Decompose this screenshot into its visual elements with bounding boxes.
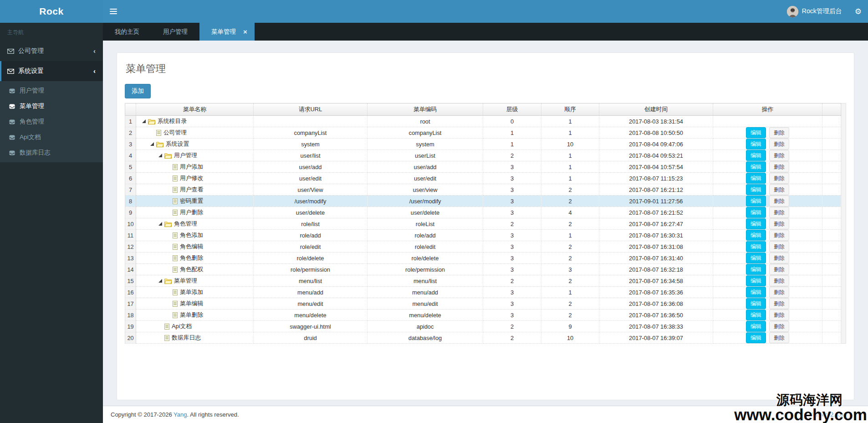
delete-button[interactable]: 删除: [769, 127, 789, 138]
table-scrollbar[interactable]: [841, 103, 846, 344]
table-row[interactable]: 19Api文档swagger-ui.htmlapidoc292017-08-07…: [125, 321, 841, 332]
request-url-cell: role/list: [254, 218, 368, 230]
sidebar-subitem-Api文档[interactable]: Api文档: [0, 129, 103, 145]
delete-button[interactable]: 删除: [769, 173, 789, 184]
spacer-cell: [822, 287, 841, 298]
sidebar-item-公司管理[interactable]: 公司管理‹: [0, 41, 103, 61]
table-row[interactable]: 1系统根目录root012017-08-03 18:31:54: [125, 116, 841, 127]
tree-collapse-icon[interactable]: [148, 142, 156, 146]
table-row[interactable]: 3系统设置systemsystem1102017-08-04 09:47:06编…: [125, 139, 841, 150]
created-time-cell: 2017-08-03 18:31:54: [599, 116, 713, 127]
table-row[interactable]: 20数据库日志druiddatabase/log2102017-08-07 16…: [125, 332, 841, 344]
row-number: 12: [125, 241, 136, 253]
user-menu[interactable]: Rock管理后台: [781, 0, 848, 23]
sidebar-subitem-数据库日志[interactable]: 数据库日志: [0, 145, 103, 160]
menu-name: 用户删除: [180, 209, 203, 217]
author-link[interactable]: Yang: [174, 411, 187, 418]
delete-button[interactable]: 删除: [769, 207, 789, 218]
folder-icon: [164, 278, 172, 284]
folder-icon: [164, 221, 172, 227]
edit-button[interactable]: 编辑: [746, 161, 766, 172]
delete-button[interactable]: 删除: [769, 310, 789, 320]
inbox-icon: [8, 135, 15, 140]
sidebar-item-系统设置[interactable]: 系统设置‹: [0, 61, 103, 81]
delete-button[interactable]: 删除: [769, 161, 789, 172]
table-row[interactable]: 14角色配权role/permissionrole/permission3320…: [125, 264, 841, 275]
delete-button[interactable]: 删除: [769, 264, 789, 275]
table-row[interactable]: 12角色编辑role/editrole/edit322017-08-07 16:…: [125, 241, 841, 253]
sidebar-subitem-菜单管理[interactable]: 菜单管理: [0, 98, 103, 114]
table-row[interactable]: 8密码重置/user/modify/user/modify322017-09-0…: [125, 196, 841, 207]
request-url-cell: role/add: [254, 230, 368, 241]
edit-button[interactable]: 编辑: [746, 310, 766, 320]
delete-button[interactable]: 删除: [769, 332, 789, 343]
edit-button[interactable]: 编辑: [746, 241, 766, 252]
edit-button[interactable]: 编辑: [746, 139, 766, 150]
sidebar-subitem-角色管理[interactable]: 角色管理: [0, 114, 103, 129]
delete-button[interactable]: 删除: [769, 196, 789, 206]
edit-button[interactable]: 编辑: [746, 298, 766, 309]
edit-button[interactable]: 编辑: [746, 218, 766, 229]
delete-button[interactable]: 删除: [769, 275, 789, 286]
delete-button[interactable]: 删除: [769, 321, 789, 332]
table-row[interactable]: 4用户管理user/listuserList212017-08-04 09:53…: [125, 150, 841, 161]
edit-button[interactable]: 编辑: [746, 127, 766, 138]
actions-cell: 编辑删除: [713, 275, 822, 287]
sidebar-toggle-button[interactable]: [103, 0, 124, 23]
edit-button[interactable]: 编辑: [746, 253, 766, 263]
delete-button[interactable]: 删除: [769, 139, 789, 150]
delete-button[interactable]: 删除: [769, 150, 789, 161]
delete-button[interactable]: 删除: [769, 218, 789, 229]
brand-logo[interactable]: Rock: [0, 0, 103, 23]
edit-button[interactable]: 编辑: [746, 184, 766, 195]
table-row[interactable]: 11角色添加role/addrole/add312017-08-07 16:30…: [125, 230, 841, 241]
table-row[interactable]: 10角色管理role/listroleList222017-08-07 16:2…: [125, 218, 841, 230]
tab-我的主页[interactable]: 我的主页: [103, 23, 151, 41]
menu-name: 数据库日志: [172, 334, 201, 342]
actions-cell: 编辑删除: [713, 150, 822, 161]
edit-button[interactable]: 编辑: [746, 150, 766, 161]
spacer-cell: [822, 150, 841, 161]
edit-button[interactable]: 编辑: [746, 275, 766, 286]
table-row[interactable]: 15菜单管理menu/listmenu/list222017-08-07 16:…: [125, 275, 841, 287]
table-row[interactable]: 2公司管理companyListcompanyList112017-08-08 …: [125, 127, 841, 139]
tree-collapse-icon[interactable]: [156, 279, 164, 283]
tree-collapse-icon[interactable]: [156, 222, 164, 226]
table-row[interactable]: 9用户删除user/deleteuser/delete342017-08-07 …: [125, 207, 841, 218]
edit-button[interactable]: 编辑: [746, 207, 766, 218]
add-button[interactable]: 添加: [125, 84, 151, 98]
edit-button[interactable]: 编辑: [746, 332, 766, 343]
table-row[interactable]: 13角色删除role/deleterole/delete322017-08-07…: [125, 253, 841, 264]
tree-collapse-icon[interactable]: [140, 119, 148, 123]
delete-button[interactable]: 删除: [769, 184, 789, 195]
tab-菜单管理[interactable]: 菜单管理×: [199, 23, 255, 41]
edit-button[interactable]: 编辑: [746, 264, 766, 275]
delete-button[interactable]: 删除: [769, 298, 789, 309]
table-row[interactable]: 18菜单删除menu/deletemenu/delete322017-08-07…: [125, 310, 841, 321]
edit-button[interactable]: 编辑: [746, 287, 766, 298]
level-cell: 3: [483, 287, 541, 298]
tab-用户管理[interactable]: 用户管理: [151, 23, 199, 41]
delete-button[interactable]: 删除: [769, 241, 789, 252]
edit-button[interactable]: 编辑: [746, 173, 766, 184]
edit-button[interactable]: 编辑: [746, 230, 766, 241]
edit-button[interactable]: 编辑: [746, 196, 766, 206]
sidebar-header: 主导航: [0, 23, 103, 41]
level-cell: 2: [483, 321, 541, 332]
delete-button[interactable]: 删除: [769, 287, 789, 298]
tab-close-icon[interactable]: ×: [243, 28, 247, 35]
sidebar-subitem-用户管理[interactable]: 用户管理: [0, 83, 103, 98]
delete-button[interactable]: 删除: [769, 230, 789, 241]
row-number: 17: [125, 298, 136, 310]
tree-collapse-icon[interactable]: [156, 154, 164, 157]
table-row[interactable]: 6用户修改user/edituser/edit312017-08-07 11:1…: [125, 173, 841, 184]
table-row[interactable]: 7用户查看user/Viewuser/view322017-08-07 16:2…: [125, 184, 841, 196]
delete-button[interactable]: 删除: [769, 253, 789, 263]
edit-button[interactable]: 编辑: [746, 321, 766, 332]
column-header-顺序: 顺序: [541, 103, 599, 116]
table-row[interactable]: 17菜单编辑menu/editmenu/edit322017-08-07 16:…: [125, 298, 841, 310]
table-row[interactable]: 16菜单添加menu/addmenu/add312017-08-07 16:35…: [125, 287, 841, 298]
table-row[interactable]: 5用户添加user/adduser/add312017-08-04 10:57:…: [125, 161, 841, 173]
settings-gear-icon[interactable]: ⚙: [848, 0, 868, 23]
menu-code-cell: user/edit: [368, 173, 483, 184]
